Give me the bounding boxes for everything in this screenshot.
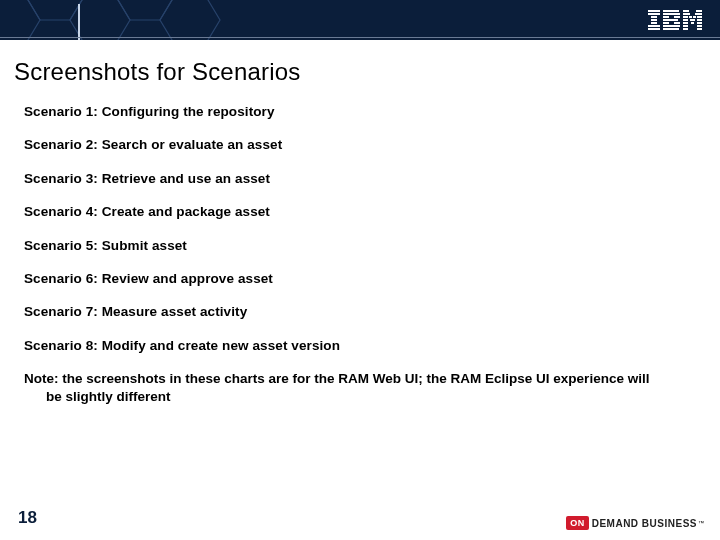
note-text: Note: the screenshots in these charts ar… bbox=[24, 370, 654, 406]
svg-rect-6 bbox=[648, 13, 660, 15]
scenario-item: Scenario 2: Search or evaluate an asset bbox=[24, 137, 684, 154]
scenario-item: Scenario 3: Retrieve and use an asset bbox=[24, 171, 684, 188]
slide: Screenshots for Scenarios Scenario 1: Co… bbox=[0, 0, 720, 540]
note-content: Note: the screenshots in these charts ar… bbox=[24, 370, 654, 406]
svg-rect-11 bbox=[648, 28, 660, 30]
svg-rect-28 bbox=[697, 16, 702, 18]
svg-rect-35 bbox=[683, 25, 688, 27]
svg-rect-8 bbox=[651, 19, 657, 21]
svg-rect-30 bbox=[690, 19, 695, 21]
scenario-item: Scenario 7: Measure asset activity bbox=[24, 304, 684, 321]
header-underline bbox=[0, 37, 720, 38]
svg-rect-31 bbox=[697, 19, 702, 21]
slide-title: Screenshots for Scenarios bbox=[14, 58, 300, 86]
svg-rect-23 bbox=[683, 13, 690, 15]
svg-rect-25 bbox=[683, 16, 688, 18]
svg-rect-16 bbox=[663, 19, 678, 21]
scenario-item: Scenario 1: Configuring the repository bbox=[24, 104, 684, 121]
svg-rect-7 bbox=[651, 16, 657, 18]
scenario-list: Scenario 1: Configuring the repository S… bbox=[24, 104, 684, 371]
svg-rect-26 bbox=[689, 16, 692, 18]
svg-rect-29 bbox=[683, 19, 688, 21]
svg-rect-24 bbox=[695, 13, 702, 15]
trademark: ™ bbox=[698, 520, 704, 526]
scenario-item: Scenario 5: Submit asset bbox=[24, 238, 684, 255]
svg-rect-10 bbox=[648, 25, 660, 27]
svg-rect-5 bbox=[648, 10, 660, 12]
svg-rect-15 bbox=[674, 16, 680, 18]
svg-rect-19 bbox=[663, 25, 680, 27]
header-bar bbox=[0, 0, 720, 40]
svg-rect-32 bbox=[683, 22, 688, 24]
svg-rect-18 bbox=[674, 22, 680, 24]
ibm-logo bbox=[648, 10, 702, 30]
svg-rect-14 bbox=[663, 16, 669, 18]
svg-rect-36 bbox=[697, 25, 702, 27]
page-number: 18 bbox=[18, 508, 37, 528]
svg-rect-37 bbox=[683, 28, 688, 30]
scenario-item: Scenario 4: Create and package asset bbox=[24, 204, 684, 221]
svg-rect-22 bbox=[696, 10, 702, 12]
svg-rect-27 bbox=[693, 16, 696, 18]
svg-rect-9 bbox=[651, 22, 657, 24]
hex-pattern bbox=[0, 0, 270, 40]
on-badge: ON bbox=[566, 516, 589, 530]
svg-rect-33 bbox=[691, 22, 694, 24]
svg-rect-17 bbox=[663, 22, 669, 24]
header-divider bbox=[78, 4, 80, 40]
footer-logo: ON DEMAND BUSINESS ™ bbox=[566, 512, 704, 530]
svg-rect-38 bbox=[697, 28, 702, 30]
svg-rect-20 bbox=[663, 28, 679, 30]
svg-rect-21 bbox=[683, 10, 689, 12]
svg-rect-12 bbox=[663, 10, 679, 12]
svg-rect-13 bbox=[663, 13, 680, 15]
svg-marker-0 bbox=[0, 0, 40, 40]
scenario-item: Scenario 8: Modify and create new asset … bbox=[24, 338, 684, 355]
scenario-item: Scenario 6: Review and approve asset bbox=[24, 271, 684, 288]
svg-rect-34 bbox=[697, 22, 702, 24]
svg-marker-4 bbox=[160, 0, 220, 40]
demand-text: DEMAND BUSINESS bbox=[592, 518, 697, 529]
